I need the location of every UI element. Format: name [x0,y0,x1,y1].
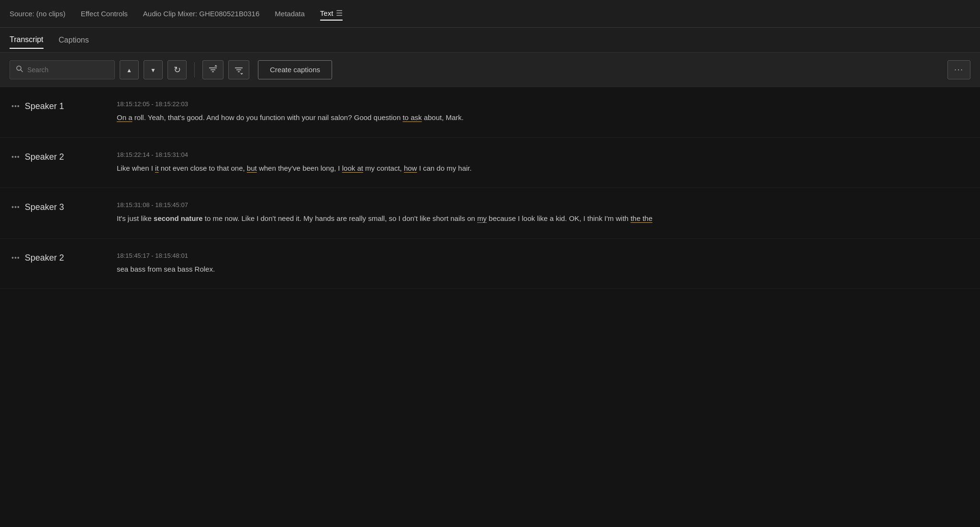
arrow-down-icon [150,66,156,74]
filter-up-button[interactable] [202,60,223,79]
scroll-down-button[interactable] [144,60,163,79]
search-box[interactable] [10,60,115,79]
speaker-menu-4[interactable]: ••• [11,254,20,262]
toolbar: Create captions ··· [0,53,980,87]
search-input[interactable] [27,66,109,74]
speaker-menu-3[interactable]: ••• [11,203,20,211]
speaker-menu-1[interactable]: ••• [11,102,20,110]
speaker-name-4: Speaker 2 [25,253,64,263]
transcript-text-4: sea bass from sea bass Rolex. [117,263,969,275]
tab-source[interactable]: Source: (no clips) [10,8,66,20]
timestamp-4: 18:15:45:17 - 18:15:48:01 [117,252,969,259]
toolbar-divider [194,62,195,77]
refresh-icon [174,65,181,75]
transcript-content-4: 18:15:45:17 - 18:15:48:01 sea bass from … [117,252,969,275]
sub-tab-bar: Transcript Captions [0,28,980,53]
scroll-up-button[interactable] [120,60,139,79]
subtab-captions[interactable]: Captions [59,32,89,48]
transcript-text-2: Like when I it not even close to that on… [117,162,969,175]
transcript-content-1: 18:15:12:05 - 18:15:22:03 On a roll. Yea… [117,100,969,124]
search-icon [16,65,23,75]
refresh-button[interactable] [167,60,187,79]
tab-bar: Source: (no clips) Effect Controls Audio… [0,0,980,28]
tab-metadata[interactable]: Metadata [275,8,305,20]
speaker-menu-2[interactable]: ••• [11,153,20,161]
tab-effect-controls[interactable]: Effect Controls [81,8,128,20]
hamburger-menu-icon[interactable] [336,9,343,18]
speaker-section-2: ••• Speaker 2 [11,151,117,162]
speaker-name-2: Speaker 2 [25,152,64,162]
speaker-section-3: ••• Speaker 3 [11,201,117,212]
timestamp-3: 18:15:31:08 - 18:15:45:07 [117,201,969,209]
filter-down-icon [234,65,244,75]
timestamp-1: 18:15:12:05 - 18:15:22:03 [117,100,969,108]
transcript-text-3: It's just like second nature to me now. … [117,212,969,225]
subtab-transcript[interactable]: Transcript [10,32,44,49]
create-captions-button[interactable]: Create captions [258,60,332,79]
transcript-area[interactable]: ••• Speaker 1 18:15:12:05 - 18:15:22:03 … [0,87,980,527]
transcript-entry-1: ••• Speaker 1 18:15:12:05 - 18:15:22:03 … [0,87,980,138]
tab-audio-clip-mixer[interactable]: Audio Clip Mixer: GHE080521B0316 [143,8,259,20]
speaker-section-4: ••• Speaker 2 [11,252,117,263]
filter-down-button[interactable] [228,60,249,79]
filter-up-icon [208,65,218,75]
svg-line-1 [21,70,22,72]
tab-text[interactable]: Text [320,7,343,21]
transcript-content-2: 18:15:22:14 - 18:15:31:04 Like when I it… [117,151,969,175]
transcript-entry-2: ••• Speaker 2 18:15:22:14 - 18:15:31:04 … [0,138,980,188]
timestamp-2: 18:15:22:14 - 18:15:31:04 [117,151,969,158]
speaker-name-3: Speaker 3 [25,202,64,212]
speaker-name-1: Speaker 1 [25,101,64,111]
transcript-text-1: On a roll. Yeah, that's good. And how do… [117,111,969,124]
arrow-up-icon [126,66,132,74]
more-options-button[interactable]: ··· [947,60,970,79]
transcript-content-3: 18:15:31:08 - 18:15:45:07 It's just like… [117,201,969,225]
transcript-entry-3: ••• Speaker 3 18:15:31:08 - 18:15:45:07 … [0,188,980,239]
speaker-section-1: ••• Speaker 1 [11,100,117,111]
transcript-entry-4: ••• Speaker 2 18:15:45:17 - 18:15:48:01 … [0,239,980,289]
